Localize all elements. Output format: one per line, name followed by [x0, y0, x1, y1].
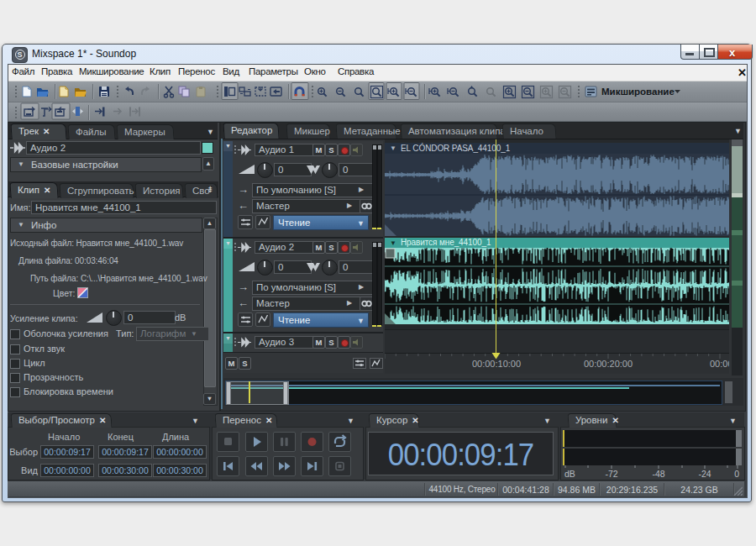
svg-text:-72: -72: [605, 469, 617, 478]
svg-text:-48: -48: [652, 469, 664, 478]
svg-text:00:00:20:00: 00:00:20:00: [584, 359, 633, 369]
svg-text:00:00:10:00: 00:00:10:00: [472, 359, 521, 369]
svg-text:00:00:3: 00:00:3: [710, 359, 729, 369]
svg-text:-24: -24: [698, 469, 711, 478]
svg-text:0: 0: [734, 469, 739, 478]
svg-text:Микширование: Микширование: [601, 87, 675, 97]
svg-text:dB: dB: [564, 469, 575, 478]
